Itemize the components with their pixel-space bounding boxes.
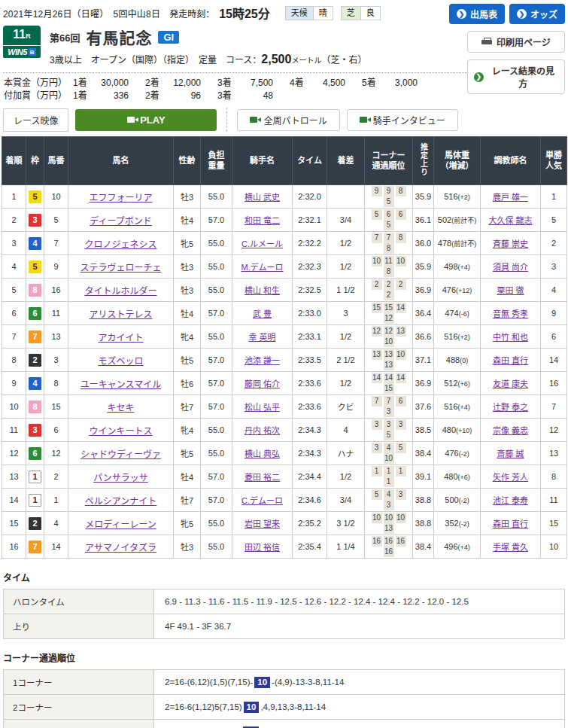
- jockey-link[interactable]: 武 豊: [253, 309, 272, 318]
- jockey-link[interactable]: 田辺 裕信: [245, 543, 280, 552]
- turf-label: 芝: [341, 6, 360, 20]
- horse-name-link[interactable]: パンサラッサ: [93, 473, 148, 483]
- last-3f: 39.1: [413, 465, 434, 489]
- carried-weight: 55.0: [201, 279, 232, 302]
- jockey-link[interactable]: 横山 武史: [245, 193, 280, 202]
- bracket-badge: 2: [29, 354, 41, 367]
- trainer-link[interactable]: 友道 康夫: [493, 379, 528, 388]
- prize-item: 4着4,500: [290, 77, 362, 90]
- bonus-label: 付加賞（万円）: [4, 90, 73, 102]
- trainer-link[interactable]: 森田 直行: [493, 356, 528, 365]
- horse-name-link[interactable]: エフフォーリア: [89, 193, 152, 203]
- table-row: 1510エフフォーリア牡355.0横山 武史2:32.0998535.9516(…: [2, 185, 567, 209]
- jockey-link[interactable]: C.デムーロ: [241, 496, 283, 505]
- trainer-link[interactable]: 池江 泰寿: [493, 496, 528, 505]
- prize-amount: 3,000: [381, 77, 418, 90]
- finish-time: 2:32.3: [293, 255, 327, 279]
- jockey-link[interactable]: 丹内 祐次: [245, 426, 280, 435]
- horse-number: 15: [44, 395, 68, 419]
- jockey-link[interactable]: C.ルメール: [241, 239, 283, 248]
- play-button[interactable]: PLAY: [75, 109, 217, 131]
- last-3f: 35.9: [413, 255, 434, 279]
- jockey-link[interactable]: 幸 英明: [248, 333, 275, 342]
- corner-order-table: 1コーナー2=16-(6,12)(1,5)(7,15)-10-(4,9)-13-…: [3, 669, 565, 728]
- finish-position: 12: [2, 442, 26, 465]
- jockey-link[interactable]: 横山 和生: [245, 286, 280, 295]
- jockey-link[interactable]: 菱田 裕二: [245, 473, 280, 482]
- horse-weight-value: 516: [444, 192, 457, 201]
- horse-name-link[interactable]: メロディーレーン: [85, 519, 156, 530]
- corner-position: 7: [384, 396, 394, 407]
- horse-name-link[interactable]: ディープボンド: [90, 216, 151, 227]
- patrol-video-button[interactable]: 全周パトロール: [237, 109, 339, 131]
- jockey-link[interactable]: 岩田 望来: [245, 519, 280, 528]
- trainer-cell: 森田 直行: [481, 512, 541, 535]
- last-3f: 37.1: [413, 349, 434, 372]
- jockey-link[interactable]: M.デムーロ: [241, 263, 284, 272]
- jockey-link[interactable]: 松山 弘平: [245, 403, 280, 412]
- horse-name-link[interactable]: ステラヴェローチェ: [80, 263, 161, 273]
- horse-name-link[interactable]: キセキ: [107, 403, 134, 413]
- horse-name-link[interactable]: アカイイト: [98, 333, 143, 343]
- jockey-link[interactable]: 藤岡 佑介: [245, 379, 280, 388]
- print-page-button[interactable]: 印刷用ページ: [467, 31, 565, 53]
- corner-position: 10: [384, 337, 394, 347]
- corner-position: 10: [384, 453, 394, 464]
- horse-name-link[interactable]: クロノジェネシス: [84, 239, 156, 250]
- last-3f: 38.5: [413, 419, 434, 442]
- entry-table-button[interactable]: ❯ 出馬表: [449, 4, 505, 24]
- table-row: 948ユーキャンスマイル牡657.0藤岡 佑介2:33.61/214141415…: [2, 372, 567, 395]
- trainer-link[interactable]: 矢作 芳人: [493, 473, 528, 482]
- carried-weight: 55.0: [201, 255, 232, 279]
- horse-name-link[interactable]: アリストテレス: [89, 309, 152, 320]
- trainer-link[interactable]: 斎藤 誠: [497, 449, 524, 458]
- finish-position: 10: [2, 395, 26, 419]
- trainer-link[interactable]: 森田 直行: [493, 519, 528, 528]
- horse-weight-value: 480: [444, 472, 457, 481]
- win-popularity: 13: [541, 442, 567, 465]
- horse-name-link[interactable]: ペルシアンナイト: [85, 496, 157, 507]
- jockey-link[interactable]: 和田 竜二: [245, 216, 280, 225]
- divider: [226, 108, 227, 132]
- win-popularity: 7: [541, 395, 567, 419]
- horse-number: 3: [44, 349, 68, 372]
- win5-b-icon: B: [29, 48, 36, 56]
- jockey-link[interactable]: 池添 謙一: [245, 356, 280, 365]
- horse-name-link[interactable]: ユーキャンスマイル: [80, 379, 161, 390]
- horse-name-link[interactable]: モズベッロ: [98, 356, 143, 367]
- horse-weight-diff: (前計不): [451, 240, 476, 248]
- bracket-badge: 5: [29, 190, 41, 203]
- finish-position: 5: [2, 279, 26, 302]
- trainer-link[interactable]: 栗田 徹: [497, 286, 524, 295]
- trainer-link[interactable]: 音無 秀孝: [493, 309, 528, 318]
- horse-name-link[interactable]: シャドウディーヴァ: [80, 449, 161, 460]
- jockey-link[interactable]: 横山 典弘: [245, 449, 280, 458]
- results-guide-button[interactable]: ❯ レース結果の見方: [467, 59, 565, 94]
- trainer-link[interactable]: 斉藤 崇史: [493, 239, 528, 248]
- horse-name-link[interactable]: ウインキートス: [89, 426, 152, 437]
- corner-position: 16: [384, 547, 394, 557]
- trainer-link[interactable]: 手塚 貴久: [493, 543, 528, 552]
- trainer-link[interactable]: 辻野 泰之: [493, 403, 528, 412]
- corner-row-value: 2=16-(6,12)(1,5)(7,15)-10-(4,9)-13-3-8,1…: [154, 670, 565, 695]
- jockey-interview-button[interactable]: 騎手インタビュー: [347, 109, 458, 131]
- corner-position: 10: [396, 349, 406, 360]
- trainer-link[interactable]: 大久保 龍志: [488, 216, 532, 225]
- sex-age: 牝4: [174, 325, 201, 349]
- time-table: ハロンタイム6.9 - 11.3 - 11.6 - 11.5 - 11.9 - …: [3, 589, 565, 639]
- horse-name-link[interactable]: タイトルホルダー: [84, 286, 156, 297]
- prize-amount: 7,500: [237, 77, 273, 90]
- race-number: 11R: [3, 26, 41, 45]
- horse-name-link[interactable]: アサマノイタズラ: [85, 543, 156, 553]
- odds-button[interactable]: ❯ オッズ: [509, 4, 565, 24]
- trainer-link[interactable]: 中竹 和也: [493, 333, 528, 342]
- corner-position: 6: [384, 209, 394, 220]
- last-3f: 36.1: [413, 209, 434, 232]
- prize-item: 3着48: [217, 90, 290, 102]
- trainer-link[interactable]: 鹿戸 雄一: [493, 193, 528, 202]
- trainer-link[interactable]: 宗像 義忠: [493, 426, 528, 435]
- trainer-link[interactable]: 須貝 尚介: [493, 263, 528, 272]
- corner-position: 3: [372, 419, 382, 430]
- win-popularity: 4: [541, 279, 567, 302]
- horse-name-cell: アリストテレス: [68, 302, 174, 325]
